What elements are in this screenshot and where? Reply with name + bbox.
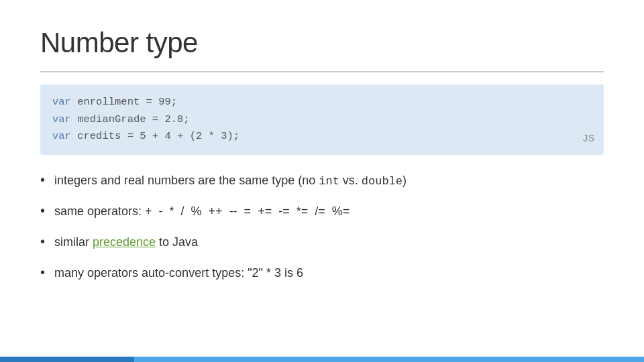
code-line-3: var credits = 5 + 4 + (2 * 3); [52, 128, 592, 145]
keyword-var-1: var [52, 96, 71, 108]
title-divider [40, 71, 604, 72]
keyword-var-3: var [52, 130, 71, 142]
code-text-1: enrollment = 99; [77, 96, 177, 108]
bullet-3-text: similar precedence to Java [54, 233, 198, 251]
inline-code-int: int [319, 175, 339, 188]
list-item: many operators auto-convert types: "2" *… [40, 262, 604, 282]
list-item: integers and real numbers are the same t… [40, 170, 604, 190]
bullet-2-text: same operators: + - * / % ++ -- = += -= … [54, 202, 350, 221]
list-item: same operators: + - * / % ++ -- = += -= … [40, 200, 604, 221]
bottom-accent [0, 357, 134, 362]
code-line-1: var enrollment = 99; [52, 94, 592, 111]
list-item: similar precedence to Java [40, 231, 604, 251]
inline-code-double: double [362, 175, 402, 188]
language-label: JS [582, 131, 594, 148]
code-text-2: medianGrade = 2.8; [77, 113, 189, 125]
page-title: Number type [40, 27, 604, 59]
precedence-link[interactable]: precedence [93, 235, 156, 249]
code-line-2: var medianGrade = 2.8; [52, 111, 592, 129]
keyword-var-2: var [52, 113, 71, 125]
code-block: var enrollment = 99; var medianGrade = 2… [40, 84, 604, 155]
bottom-bar [0, 357, 644, 362]
slide: Number type var enrollment = 99; var med… [0, 0, 644, 362]
bullet-list: integers and real numbers are the same t… [40, 170, 604, 283]
bullet-4-text: many operators auto-convert types: "2" *… [54, 264, 303, 282]
bullet-1-text: integers and real numbers are the same t… [54, 172, 407, 190]
code-text-3: credits = 5 + 4 + (2 * 3); [77, 130, 239, 142]
